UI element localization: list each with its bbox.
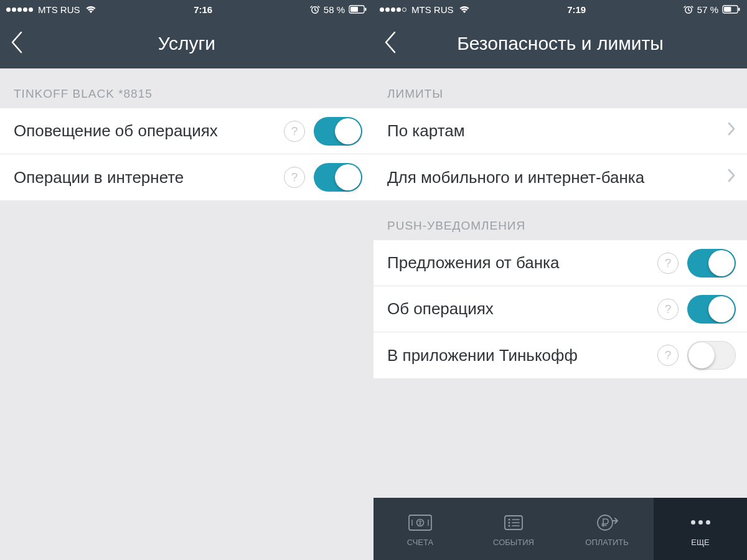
battery-icon	[722, 5, 741, 14]
row-push-in-app: В приложении Тинькофф ?	[374, 332, 747, 378]
toggle-push-offers[interactable]	[687, 249, 736, 278]
nav-bar: Услуги	[0, 19, 374, 68]
section-header-card: TINKOFF BLACK *8815	[0, 68, 374, 108]
clock: 7:16	[96, 4, 310, 15]
carrier-label: MTS RUS	[38, 4, 80, 15]
tab-bar: СЧЕТА СОБЫТИЯ ОПЛАТИТЬ ЕЩЕ	[374, 498, 747, 560]
svg-point-11	[508, 518, 510, 520]
status-bar: MTS RUS 7:19 57 %	[374, 0, 747, 19]
help-icon[interactable]: ?	[657, 253, 679, 274]
page-title: Безопасность и лимиты	[380, 33, 741, 54]
svg-point-13	[508, 525, 510, 526]
row-limits-mobile-internet-bank[interactable]: Для мобильного и интернет-банка	[374, 154, 747, 200]
limits-list: По картам Для мобильного и интернет-банк…	[374, 108, 747, 200]
row-transaction-alerts: Оповещение об операциях ?	[0, 108, 374, 154]
help-icon[interactable]: ?	[657, 299, 679, 320]
row-push-offers: Предложения от банка ?	[374, 240, 747, 286]
alarm-icon	[310, 4, 320, 14]
svg-rect-6	[724, 7, 731, 12]
row-label: Предложения от банка	[387, 253, 657, 273]
tab-label: ОПЛАТИТЬ	[585, 538, 628, 547]
svg-rect-7	[738, 8, 740, 11]
chevron-right-icon	[727, 168, 736, 187]
signal-strength-icon	[380, 7, 406, 12]
row-push-transactions: Об операциях ?	[374, 286, 747, 332]
tab-pay[interactable]: ОПЛАТИТЬ	[560, 498, 654, 560]
content-area: TINKOFF BLACK *8815 Оповещение об операц…	[0, 68, 374, 560]
row-label: Операции в интернете	[14, 168, 284, 187]
row-label: Оповещение об операциях	[14, 121, 284, 141]
pay-icon	[594, 511, 619, 534]
back-button[interactable]	[10, 30, 24, 57]
svg-rect-3	[365, 8, 367, 11]
status-left: MTS RUS	[6, 4, 96, 15]
help-icon[interactable]: ?	[284, 167, 305, 188]
toggle-push-in-app[interactable]	[687, 341, 736, 370]
tab-accounts[interactable]: СЧЕТА	[374, 498, 467, 560]
push-list: Предложения от банка ? Об операциях ? В …	[374, 240, 747, 378]
tab-more[interactable]: ЕЩЕ	[654, 498, 747, 560]
carrier-label: MTS RUS	[411, 4, 454, 15]
status-right: 57 %	[684, 4, 741, 15]
toggle-internet-transactions[interactable]	[314, 163, 362, 192]
wifi-icon	[459, 5, 470, 14]
toggle-transaction-alerts[interactable]	[314, 117, 362, 146]
row-internet-transactions: Операции в интернете ?	[0, 154, 374, 200]
more-icon	[691, 511, 710, 534]
phone-left: MTS RUS 7:16 58 % Услуги TINKOFF BLACK *…	[0, 0, 374, 560]
chevron-right-icon	[727, 121, 736, 141]
status-bar: MTS RUS 7:16 58 %	[0, 0, 374, 19]
battery-icon	[349, 5, 367, 14]
wifi-icon	[85, 5, 96, 14]
accounts-icon	[406, 511, 434, 534]
tab-label: ЕЩЕ	[691, 538, 710, 547]
clock: 7:19	[470, 4, 684, 15]
events-icon	[501, 511, 526, 534]
row-label: Об операциях	[387, 299, 657, 319]
section-header-limits: ЛИМИТЫ	[374, 68, 747, 108]
tab-events[interactable]: СОБЫТИЯ	[467, 498, 560, 560]
help-icon[interactable]: ?	[657, 345, 679, 366]
status-left: MTS RUS	[380, 4, 470, 15]
battery-percentage: 58 %	[324, 4, 345, 15]
svg-rect-2	[350, 7, 358, 12]
content-area: ЛИМИТЫ По картам Для мобильного и интерн…	[374, 68, 747, 560]
phone-right: MTS RUS 7:19 57 % Безопасность и лимиты …	[374, 0, 747, 560]
row-label: По картам	[387, 121, 722, 141]
services-list: Оповещение об операциях ? Операции в инт…	[0, 108, 374, 200]
row-label: В приложении Тинькофф	[387, 346, 657, 365]
page-title: Услуги	[6, 33, 367, 54]
back-button[interactable]	[383, 30, 397, 57]
signal-strength-icon	[6, 7, 33, 12]
tab-label: СОБЫТИЯ	[493, 538, 534, 547]
row-limits-cards[interactable]: По картам	[374, 108, 747, 154]
toggle-push-transactions[interactable]	[687, 295, 736, 324]
svg-point-12	[508, 521, 510, 523]
row-label: Для мобильного и интернет-банка	[387, 168, 722, 187]
status-right: 58 %	[310, 4, 367, 15]
section-header-push: PUSH-УВЕДОМЛЕНИЯ	[374, 200, 747, 240]
tab-label: СЧЕТА	[407, 538, 433, 547]
help-icon[interactable]: ?	[284, 121, 305, 142]
battery-percentage: 57 %	[697, 4, 718, 15]
alarm-icon	[684, 4, 693, 14]
nav-bar: Безопасность и лимиты	[374, 19, 747, 68]
svg-point-14	[598, 515, 613, 530]
